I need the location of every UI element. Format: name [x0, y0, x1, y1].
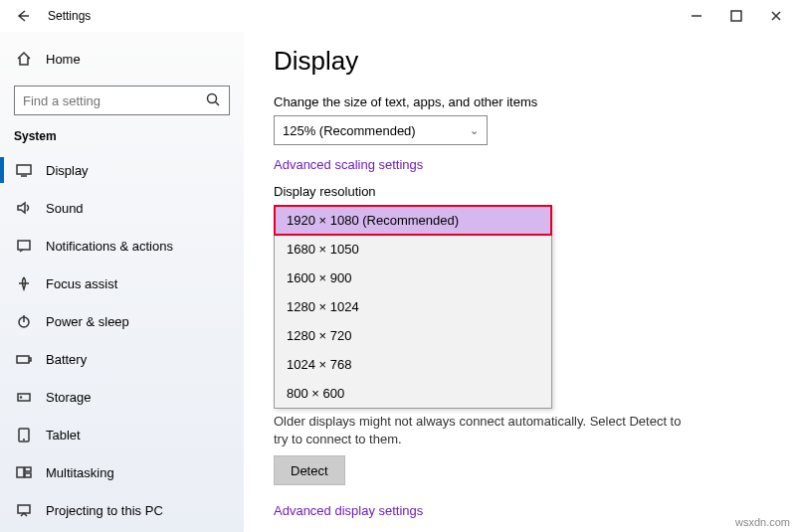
nav-label: Projecting to this PC [46, 503, 163, 518]
svg-rect-12 [18, 505, 30, 513]
nav-display[interactable]: Display [0, 151, 244, 189]
multitasking-icon [16, 464, 32, 480]
main-panel: Display Change the size of text, apps, a… [244, 32, 796, 532]
nav-label: Power & sleep [46, 314, 129, 329]
svg-rect-5 [17, 356, 29, 363]
nav-battery[interactable]: Battery [0, 340, 244, 378]
svg-rect-2 [17, 165, 31, 174]
notifications-icon [16, 238, 32, 254]
sound-icon [16, 200, 32, 216]
projecting-icon [16, 502, 32, 518]
svg-point-7 [21, 397, 22, 398]
maximize-icon [728, 8, 744, 24]
nav-sound[interactable]: Sound [0, 189, 244, 227]
battery-icon [16, 351, 32, 367]
search-box[interactable] [14, 86, 230, 115]
resolution-label: Display resolution [274, 184, 766, 199]
storage-icon [16, 389, 32, 405]
svg-rect-0 [731, 11, 741, 21]
back-button[interactable] [10, 4, 34, 28]
nav-multitasking[interactable]: Multitasking [0, 453, 244, 491]
res-option[interactable]: 1280 × 720 [275, 321, 551, 350]
tablet-icon [16, 427, 32, 443]
arrow-left-icon [14, 8, 30, 24]
minimize-button[interactable] [677, 0, 716, 32]
close-icon [768, 8, 784, 24]
window-title: Settings [48, 9, 91, 23]
nav-label: Focus assist [46, 276, 117, 291]
window-controls [677, 0, 796, 32]
res-option[interactable]: 1600 × 900 [275, 264, 551, 292]
minimize-icon [689, 8, 704, 24]
res-option[interactable]: 1024 × 768 [275, 350, 551, 379]
svg-rect-10 [25, 467, 31, 471]
svg-rect-11 [25, 473, 31, 477]
nav-label: Sound [46, 201, 84, 216]
nav-focus[interactable]: Focus assist [0, 265, 244, 302]
nav-label: Storage [46, 390, 92, 405]
search-input[interactable] [23, 93, 192, 108]
maximize-button[interactable] [716, 0, 756, 32]
scale-combo[interactable]: 125% (Recommended) ⌄ [274, 115, 488, 145]
res-option[interactable]: 800 × 600 [275, 379, 551, 408]
titlebar: Settings [0, 0, 796, 32]
home-icon [16, 51, 32, 67]
nav-notifications[interactable]: Notifications & actions [0, 227, 244, 265]
nav-label: Multitasking [46, 465, 114, 480]
detect-button[interactable]: Detect [274, 455, 345, 485]
watermark: wsxdn.com [735, 516, 790, 528]
search-icon [205, 91, 221, 110]
resolution-dropdown[interactable]: 1920 × 1080 (Recommended) 1680 × 1050 16… [274, 205, 552, 409]
svg-rect-3 [18, 241, 30, 250]
chevron-down-icon: ⌄ [470, 124, 479, 137]
home-label: Home [46, 52, 81, 67]
res-option-selected[interactable]: 1920 × 1080 (Recommended) [275, 206, 551, 235]
power-icon [16, 313, 32, 329]
nav-list: Display Sound Notifications & actions Fo… [0, 151, 244, 529]
res-option[interactable]: 1280 × 1024 [275, 292, 551, 321]
nav-label: Tablet [46, 428, 81, 443]
home-nav[interactable]: Home [0, 42, 244, 76]
res-option[interactable]: 1680 × 1050 [275, 235, 551, 264]
svg-rect-9 [17, 467, 24, 477]
nav-tablet[interactable]: Tablet [0, 416, 244, 453]
advanced-display-link[interactable]: Advanced display settings [274, 503, 766, 518]
nav-power[interactable]: Power & sleep [0, 302, 244, 340]
nav-storage[interactable]: Storage [0, 378, 244, 416]
svg-point-1 [208, 93, 217, 102]
sidebar: Home System Display Sound Notifications … [0, 32, 244, 532]
page-heading: Display [274, 46, 766, 77]
nav-label: Display [46, 163, 89, 178]
detect-note: Older displays might not always connect … [274, 413, 692, 447]
nav-label: Notifications & actions [46, 239, 173, 254]
scale-label: Change the size of text, apps, and other… [274, 94, 766, 109]
close-button[interactable] [756, 0, 796, 32]
focus-icon [16, 275, 32, 291]
scale-value: 125% (Recommended) [283, 123, 416, 138]
nav-projecting[interactable]: Projecting to this PC [0, 491, 244, 529]
category-heading: System [0, 123, 244, 151]
nav-label: Battery [46, 352, 87, 367]
display-icon [16, 162, 32, 178]
advanced-scaling-link[interactable]: Advanced scaling settings [274, 157, 766, 172]
